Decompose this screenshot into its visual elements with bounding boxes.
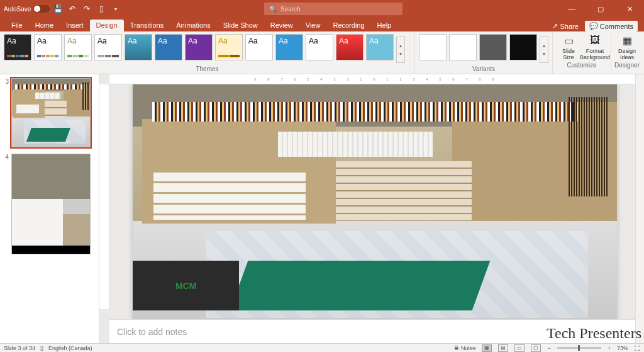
watermark: Tech Presenters [547,325,641,342]
share-icon: ↗ [552,22,558,30]
comments-icon: 💬 [589,22,598,30]
theme-tile[interactable]: Aa [215,34,243,60]
editor-area: 9 8 7 6 5 4 3 2 1 0 1 2 3 4 5 6 7 8 9 [99,74,644,343]
themes-group-label: Themes [0,65,414,73]
redo-icon[interactable]: ↷ [80,3,93,15]
ribbon: Aa Aa Aa Aa Aa Aa Aa Aa Aa Aa Aa Aa Aa ▴… [0,31,644,74]
theme-tile[interactable]: Aa [64,34,92,60]
variants-group: ▴▾ Variants [415,31,553,74]
slideshow-view-button[interactable]: ▢ [531,344,541,352]
chevron-down-icon: ▾ [399,51,402,57]
theme-tile[interactable]: Aa [125,34,152,60]
theme-tile[interactable]: Aa [306,34,333,60]
autosave-toggle[interactable]: AutoSave [4,5,50,13]
theme-tile[interactable]: Aa [185,34,213,60]
slideshow-start-icon[interactable]: ▯ [95,3,108,15]
thumbnail-image [11,78,91,147]
format-background-icon: 🖼 [589,34,601,47]
slide-thumb-4[interactable]: 4 [3,154,96,254]
designer-group: ▦ Design Ideas Designer [611,31,643,74]
thumbnail-image [11,154,91,254]
horizontal-ruler: 9 8 7 6 5 4 3 2 1 0 1 2 3 4 5 6 7 8 9 [109,74,644,84]
sorter-view-button[interactable]: ▤ [498,344,508,352]
language-indicator[interactable]: English (Canada) [48,345,92,351]
zoom-in-button[interactable]: + [608,345,611,351]
theme-tile[interactable]: Aa [94,34,122,60]
qat-more-icon[interactable]: ▾ [109,3,122,15]
minimize-button[interactable]: — [558,0,585,18]
quick-access-toolbar: AutoSave 💾 ↶ ↷ ▯ ▾ [0,3,122,15]
theme-tile[interactable]: Aa [275,34,303,60]
notes-toggle[interactable]: ≣ Notes [454,345,475,351]
slide-panel[interactable]: 3 4 [0,74,99,343]
tab-review[interactable]: Review [264,20,299,31]
fit-to-window-button[interactable]: ⛶ [635,345,640,351]
normal-view-button[interactable]: ▦ [482,344,492,352]
theme-tile[interactable]: Aa [245,34,273,60]
tab-home[interactable]: Home [29,20,60,31]
tab-animations[interactable]: Animations [170,20,216,31]
comments-button[interactable]: 💬Comments [585,21,638,31]
format-background-button[interactable]: 🖼 Format Background [582,33,608,62]
theme-tile[interactable]: Aa [336,34,364,60]
close-button[interactable]: ✕ [616,0,643,18]
autosave-label: AutoSave [4,6,31,13]
share-button[interactable]: ↗Share [552,22,578,30]
tab-insert[interactable]: Insert [60,20,90,31]
slide-thumb-3[interactable]: 3 [3,78,96,147]
tab-transitions[interactable]: Transitions [124,20,170,31]
variant-tile[interactable] [479,34,507,60]
tab-help[interactable]: Help [371,20,398,31]
design-ideas-icon: ▦ [621,34,633,47]
slide-indicator[interactable]: Slide 3 of 34 [4,345,35,351]
theme-tile[interactable]: Aa [366,34,394,60]
slide-size-button[interactable]: ▭ Slide Size [555,33,582,62]
slide-canvas[interactable]: MCM [133,84,617,319]
notes-placeholder: Click to add notes [117,327,187,337]
variant-tile[interactable] [449,34,477,60]
chevron-up-icon: ▴ [543,43,545,48]
tab-file[interactable]: File [5,20,29,31]
ribbon-tabs: File Home Insert Design Transitions Anim… [0,18,644,31]
search-box[interactable]: 🔍 Search [264,3,402,15]
zoom-level[interactable]: 73% [617,345,628,351]
theme-tile[interactable]: Aa [4,34,31,60]
save-icon[interactable]: 💾 [52,3,64,15]
vertical-scrollbar[interactable] [635,74,644,343]
zoom-out-button[interactable]: − [547,345,550,351]
zoom-slider[interactable] [557,347,601,349]
theme-tile[interactable]: Aa [155,34,182,60]
search-icon: 🔍 [269,6,277,13]
switch-off-icon [33,5,50,13]
tab-slideshow[interactable]: Slide Show [217,20,264,31]
themes-group: Aa Aa Aa Aa Aa Aa Aa Aa Aa Aa Aa Aa Aa ▴… [0,31,415,74]
mcm-logo: MCM [133,261,239,310]
chevron-up-icon: ▴ [399,43,402,48]
slide-size-icon: ▭ [562,34,575,47]
workspace: 3 4 9 8 7 6 5 4 3 2 1 0 1 2 3 4 5 6 7 8 … [0,74,644,343]
variants-group-label: Variants [415,65,552,73]
chevron-down-icon: ▾ [543,51,545,57]
reading-view-button[interactable]: ▭ [514,344,525,352]
variants-expand-button[interactable]: ▴▾ [540,37,548,63]
maximize-button[interactable]: ▢ [587,0,614,18]
variant-tile[interactable] [509,34,537,60]
variant-tile[interactable] [419,34,447,60]
tab-view[interactable]: View [299,20,327,31]
themes-expand-button[interactable]: ▴▾ [396,37,405,63]
status-bar: Slide 3 of 34 ▯ English (Canada) ≣ Notes… [0,343,644,352]
vertical-ruler [99,84,109,309]
search-placeholder: Search [280,6,301,13]
tab-design[interactable]: Design [90,20,124,31]
theme-tile[interactable]: Aa [34,34,62,60]
tab-recording[interactable]: Recording [326,20,370,31]
customize-group: ▭ Slide Size 🖼 Format Background Customi… [553,31,611,74]
design-ideas-button[interactable]: ▦ Design Ideas [614,33,640,62]
undo-icon[interactable]: ↶ [66,3,79,15]
title-bar: AutoSave 💾 ↶ ↷ ▯ ▾ HobbyZoneSetup.pptx 🔍… [0,0,644,18]
